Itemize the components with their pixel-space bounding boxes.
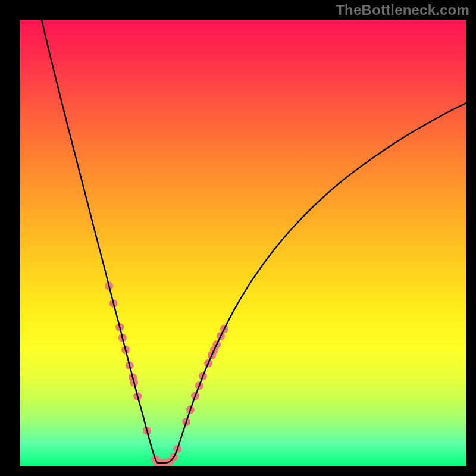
chart-svg [20, 20, 466, 466]
watermark-text: TheBottleneck.com [336, 0, 469, 20]
right-curve [159, 103, 466, 463]
left-curve [42, 20, 159, 463]
highlight-dots-group [105, 282, 228, 466]
chart-frame: TheBottleneck.com [0, 0, 476, 476]
